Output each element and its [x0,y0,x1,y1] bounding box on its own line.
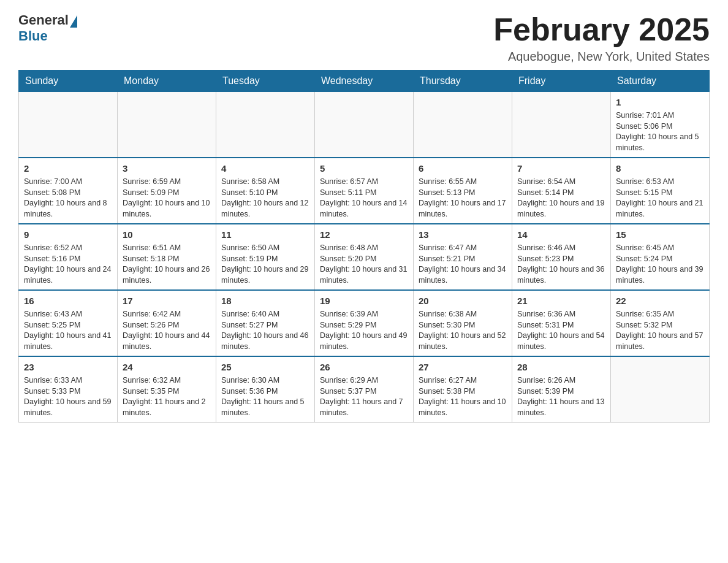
day-of-week-header: Monday [118,71,216,92]
day-number: 16 [24,294,112,307]
day-info-text: Sunset: 5:16 PM [24,254,112,265]
day-number: 11 [221,228,309,241]
day-number: 20 [419,294,507,307]
day-info-text: Sunrise: 6:26 AM [517,375,605,386]
day-number: 15 [616,228,704,241]
calendar-day-cell: 13Sunrise: 6:47 AMSunset: 5:21 PMDayligh… [414,224,512,290]
day-number: 25 [221,361,309,373]
calendar-day-cell: 25Sunrise: 6:30 AMSunset: 5:36 PMDayligh… [216,356,315,423]
day-info-text: Daylight: 10 hours and 57 minutes. [616,331,704,352]
day-info-text: Sunset: 5:31 PM [517,320,605,331]
day-info-text: Daylight: 11 hours and 5 minutes. [221,397,309,418]
logo-general-text: General [18,12,69,28]
day-info-text: Daylight: 10 hours and 17 minutes. [419,198,507,220]
day-info-text: Sunset: 5:09 PM [123,188,211,199]
day-info-text: Sunset: 5:18 PM [123,254,211,265]
day-info-text: Sunset: 5:27 PM [221,320,309,331]
day-of-week-header: Saturday [611,71,710,92]
day-info-text: Sunrise: 6:27 AM [419,375,507,386]
day-info-text: Sunrise: 6:43 AM [24,309,112,320]
day-info-text: Sunset: 5:38 PM [419,386,507,397]
day-info-text: Sunrise: 6:32 AM [123,375,211,386]
day-info-text: Daylight: 10 hours and 10 minutes. [123,198,211,220]
day-number: 13 [419,228,507,241]
calendar-day-cell: 21Sunrise: 6:36 AMSunset: 5:31 PMDayligh… [512,290,611,356]
title-area: February 2025 Aquebogue, New York, Unite… [493,12,710,64]
day-info-text: Sunset: 5:39 PM [517,386,605,397]
day-info-text: Sunrise: 6:29 AM [320,375,408,386]
calendar-header-row: SundayMondayTuesdayWednesdayThursdayFrid… [19,71,710,92]
day-info-text: Sunrise: 6:46 AM [517,243,605,254]
day-number: 6 [419,162,507,175]
day-info-text: Daylight: 10 hours and 5 minutes. [616,132,704,153]
calendar-day-cell: 9Sunrise: 6:52 AMSunset: 5:16 PMDaylight… [19,224,118,290]
calendar-day-cell: 19Sunrise: 6:39 AMSunset: 5:29 PMDayligh… [315,290,414,356]
day-number: 27 [419,361,507,373]
day-number: 28 [517,361,605,373]
day-info-text: Sunrise: 6:30 AM [221,375,309,386]
day-info-text: Sunrise: 6:48 AM [320,243,408,254]
day-info-text: Sunset: 5:15 PM [616,188,704,199]
day-info-text: Sunset: 5:20 PM [320,254,408,265]
day-info-text: Sunrise: 6:45 AM [616,243,704,254]
day-info-text: Daylight: 10 hours and 52 minutes. [419,331,507,352]
day-info-text: Sunrise: 6:55 AM [419,177,507,188]
day-info-text: Sunset: 5:10 PM [221,188,309,199]
day-info-text: Sunset: 5:36 PM [221,386,309,397]
day-info-text: Sunrise: 6:58 AM [221,177,309,188]
day-info-text: Sunrise: 6:33 AM [24,375,112,386]
day-info-text: Daylight: 11 hours and 7 minutes. [320,397,408,418]
day-info-text: Sunset: 5:33 PM [24,386,112,397]
calendar-day-cell: 16Sunrise: 6:43 AMSunset: 5:25 PMDayligh… [19,290,118,356]
calendar-day-cell: 7Sunrise: 6:54 AMSunset: 5:14 PMDaylight… [512,158,611,224]
day-number: 2 [24,162,112,175]
calendar-day-cell: 18Sunrise: 6:40 AMSunset: 5:27 PMDayligh… [216,290,315,356]
day-info-text: Daylight: 11 hours and 13 minutes. [517,397,605,418]
day-of-week-header: Friday [512,71,611,92]
day-number: 9 [24,228,112,241]
day-number: 17 [123,294,211,307]
day-info-text: Daylight: 10 hours and 24 minutes. [24,264,112,286]
day-info-text: Sunset: 5:35 PM [123,386,211,397]
day-info-text: Sunrise: 6:39 AM [320,309,408,320]
calendar-day-cell [611,356,710,423]
day-info-text: Daylight: 10 hours and 46 minutes. [221,331,309,352]
calendar-day-cell [19,92,118,158]
day-info-text: Sunrise: 6:54 AM [517,177,605,188]
day-number: 5 [320,162,408,175]
day-info-text: Sunset: 5:24 PM [616,254,704,265]
day-info-text: Daylight: 11 hours and 2 minutes. [123,397,211,418]
day-of-week-header: Tuesday [216,71,315,92]
calendar-day-cell: 27Sunrise: 6:27 AMSunset: 5:38 PMDayligh… [414,356,512,423]
day-info-text: Daylight: 11 hours and 10 minutes. [419,397,507,418]
location-text: Aquebogue, New York, United States [493,50,710,64]
logo-triangle-icon [70,15,77,28]
day-info-text: Sunrise: 6:40 AM [221,309,309,320]
calendar-day-cell: 3Sunrise: 6:59 AMSunset: 5:09 PMDaylight… [118,158,216,224]
day-info-text: Sunrise: 6:47 AM [419,243,507,254]
day-info-text: Sunset: 5:11 PM [320,188,408,199]
day-info-text: Daylight: 10 hours and 49 minutes. [320,331,408,352]
day-info-text: Sunset: 5:13 PM [419,188,507,199]
day-info-text: Sunset: 5:26 PM [123,320,211,331]
day-number: 24 [123,361,211,373]
day-info-text: Sunset: 5:37 PM [320,386,408,397]
day-number: 18 [221,294,309,307]
day-info-text: Sunrise: 6:52 AM [24,243,112,254]
day-number: 26 [320,361,408,373]
day-info-text: Daylight: 10 hours and 12 minutes. [221,198,309,220]
calendar-day-cell: 1Sunrise: 7:01 AMSunset: 5:06 PMDaylight… [611,92,710,158]
calendar-day-cell: 28Sunrise: 6:26 AMSunset: 5:39 PMDayligh… [512,356,611,423]
day-number: 7 [517,162,605,175]
day-number: 23 [24,361,112,373]
calendar-day-cell: 15Sunrise: 6:45 AMSunset: 5:24 PMDayligh… [611,224,710,290]
day-info-text: Sunrise: 6:53 AM [616,177,704,188]
day-info-text: Sunrise: 6:38 AM [419,309,507,320]
calendar-day-cell: 2Sunrise: 7:00 AMSunset: 5:08 PMDaylight… [19,158,118,224]
day-info-text: Daylight: 10 hours and 8 minutes. [24,198,112,220]
calendar-day-cell: 14Sunrise: 6:46 AMSunset: 5:23 PMDayligh… [512,224,611,290]
day-info-text: Daylight: 10 hours and 31 minutes. [320,264,408,286]
day-info-text: Sunrise: 7:01 AM [616,110,704,121]
calendar-day-cell: 22Sunrise: 6:35 AMSunset: 5:32 PMDayligh… [611,290,710,356]
day-info-text: Sunset: 5:08 PM [24,188,112,199]
